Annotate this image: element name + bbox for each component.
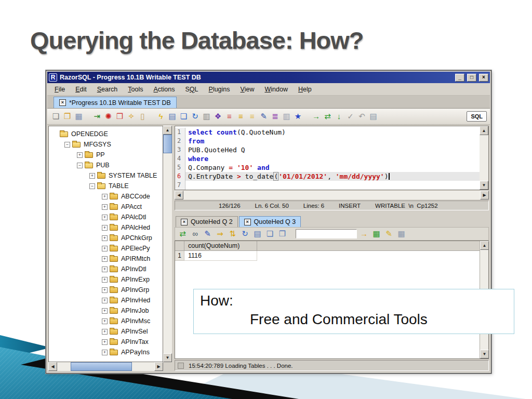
- expand-icon[interactable]: +: [102, 194, 108, 200]
- scroll-down-icon[interactable]: ▼: [480, 350, 489, 358]
- log-icon[interactable]: ▤: [368, 111, 379, 122]
- expand-icon[interactable]: +: [102, 298, 108, 303]
- grid-data-row[interactable]: 1 1116: [175, 251, 488, 261]
- menu-tools[interactable]: Tools: [123, 84, 148, 95]
- tree-hscroll-thumb[interactable]: [71, 362, 132, 371]
- editor-vscroll-track[interactable]: [480, 135, 488, 181]
- collapse-icon[interactable]: −: [77, 163, 83, 168]
- edit-notes-icon[interactable]: ✎: [383, 229, 394, 239]
- tree-item-apchkgrp[interactable]: +APChkGrp: [49, 233, 163, 243]
- open-folder-icon[interactable]: ❐: [62, 111, 73, 122]
- code-line-4[interactable]: 4where: [175, 154, 480, 163]
- tree-item-table[interactable]: −TABLE: [49, 181, 163, 191]
- collapse-icon[interactable]: −: [64, 142, 70, 148]
- menu-window[interactable]: Window: [259, 84, 292, 95]
- minimize-button[interactable]: _: [455, 74, 464, 82]
- expand-icon[interactable]: +: [102, 267, 108, 272]
- tree-item-apalched[interactable]: +APAlcHed: [49, 222, 163, 233]
- connect-icon[interactable]: ⇥: [91, 111, 102, 122]
- expand-icon[interactable]: +: [102, 215, 108, 220]
- tree-item-apacct[interactable]: +APAcct: [49, 202, 163, 212]
- close-button[interactable]: ×: [479, 74, 488, 82]
- expand-icon[interactable]: +: [102, 350, 108, 355]
- scroll-up-icon[interactable]: ▲: [480, 126, 488, 135]
- tree-item-apinvmsc[interactable]: +APInvMsc: [49, 316, 163, 326]
- tree-item-openedge[interactable]: OPENEDGE: [49, 129, 163, 139]
- save-results-icon[interactable]: ▦: [396, 229, 407, 239]
- refresh-page-icon[interactable]: ↻: [240, 229, 250, 239]
- updown-icon[interactable]: ⇅: [227, 229, 238, 239]
- new-connection-icon[interactable]: ✧: [126, 111, 137, 122]
- save-icon[interactable]: ▦: [73, 111, 84, 122]
- tree-item-apalcdtl[interactable]: +APAlcDtl: [49, 212, 163, 222]
- edit-sql-icon[interactable]: ✎: [258, 111, 269, 122]
- expand-icon[interactable]: +: [102, 235, 108, 241]
- tree-item-apelecpy[interactable]: +APElecPy: [49, 243, 163, 254]
- tree-item-apinvdtl[interactable]: +APInvDtl: [49, 264, 163, 274]
- columns-icon[interactable]: ▥: [281, 111, 292, 122]
- scroll-up-icon[interactable]: ▲: [163, 126, 172, 135]
- expand-icon[interactable]: +: [89, 173, 95, 179]
- tree-vertical-scrollbar[interactable]: ▲ ▼: [163, 126, 172, 362]
- tree-item-apinvexp[interactable]: +APInvExp: [49, 274, 163, 285]
- paste-icon[interactable]: ▥: [201, 111, 212, 122]
- grid-column-header[interactable]: count(QuoteNum): [184, 241, 257, 250]
- execute-sql-icon[interactable]: ϟ: [155, 111, 166, 122]
- sort-desc-icon[interactable]: ≡: [235, 111, 246, 122]
- refresh-icon[interactable]: ↻: [190, 111, 201, 122]
- menu-search[interactable]: Search: [92, 84, 123, 95]
- code-line-2[interactable]: 2from: [175, 137, 480, 145]
- tab-close-icon[interactable]: ×: [244, 219, 251, 225]
- tree-item-apinvhed[interactable]: +APInvHed: [49, 295, 163, 305]
- scroll-right-icon[interactable]: ▶: [154, 362, 163, 371]
- expand-icon[interactable]: +: [102, 204, 108, 210]
- copy-results-icon[interactable]: ❒: [277, 229, 288, 239]
- tree-item-appayins[interactable]: +APPayIns: [49, 347, 163, 357]
- single-record-icon[interactable]: ❏: [264, 229, 275, 239]
- code-line-7[interactable]: 7: [175, 181, 480, 190]
- favorites-star-icon[interactable]: ★: [292, 111, 303, 122]
- result-tab-quotehed-q-2[interactable]: ×QuoteHed Q 2: [176, 216, 238, 227]
- expand-icon[interactable]: +: [102, 318, 108, 324]
- view-data-icon[interactable]: ∞: [190, 229, 201, 239]
- tree-item-abccode[interactable]: +ABCCode: [49, 191, 163, 202]
- sql-editor[interactable]: 1select count(Q.QuoteNum)2from3PUB.Quote…: [175, 126, 489, 190]
- undo-icon[interactable]: ↶: [356, 111, 367, 122]
- refresh-results-icon[interactable]: ⇄: [177, 229, 188, 239]
- code-line-5[interactable]: 5Q.Company = '10' and: [175, 163, 480, 172]
- tree-item-apirmtch[interactable]: +APIRMtch: [49, 254, 163, 264]
- tree-horizontal-scrollbar[interactable]: ◀ ▶: [48, 362, 163, 371]
- sql-code-area[interactable]: 1select count(Q.QuoteNum)2from3PUB.Quote…: [175, 126, 480, 190]
- editor-hscroll-track[interactable]: [183, 191, 480, 200]
- list-view-icon[interactable]: ▤: [252, 229, 263, 239]
- panel-splitter[interactable]: [175, 210, 489, 215]
- tree-item-apinvtax[interactable]: +APInvTax: [49, 337, 163, 347]
- fetch-icon[interactable]: ↓: [334, 111, 344, 122]
- expand-icon[interactable]: +: [102, 339, 108, 345]
- expand-icon[interactable]: +: [77, 152, 83, 158]
- sort-columns-icon[interactable]: ⇒: [215, 229, 225, 239]
- result-tab-quotehed-q-3[interactable]: ×QuoteHed Q 3: [239, 216, 301, 227]
- window-titlebar[interactable]: R RazorSQL - Progress 10.1B Writable TES…: [47, 72, 490, 83]
- scroll-down-icon[interactable]: ▼: [163, 353, 172, 362]
- menu-actions[interactable]: Actions: [149, 84, 180, 95]
- expand-icon[interactable]: +: [102, 329, 108, 335]
- menu-plugins[interactable]: Plugins: [204, 84, 235, 95]
- expand-icon[interactable]: +: [102, 308, 108, 314]
- expand-icon[interactable]: +: [102, 287, 108, 293]
- copy-table-icon[interactable]: ❒: [114, 111, 125, 122]
- tree-item-mfgsys[interactable]: −MFGSYS: [49, 139, 163, 150]
- results-search-input[interactable]: [296, 229, 357, 238]
- export-results-icon[interactable]: ▦: [371, 229, 382, 239]
- menu-sql[interactable]: SQL: [180, 84, 204, 95]
- expand-icon[interactable]: +: [102, 256, 108, 262]
- tree-item-pub[interactable]: −PUB: [49, 160, 163, 170]
- tree-vscroll-thumb[interactable]: [163, 135, 172, 153]
- filter-edit-icon[interactable]: ✎: [202, 229, 213, 239]
- menu-view[interactable]: View: [235, 84, 260, 95]
- expand-icon[interactable]: +: [102, 225, 108, 231]
- tree-item-apinvsel[interactable]: +APInvSel: [49, 326, 163, 337]
- document-tab[interactable]: × *Progress 10.1B Writable TEST DB: [54, 97, 177, 108]
- new-file-icon[interactable]: ❏: [50, 111, 61, 122]
- scroll-down-icon[interactable]: ▼: [480, 181, 488, 190]
